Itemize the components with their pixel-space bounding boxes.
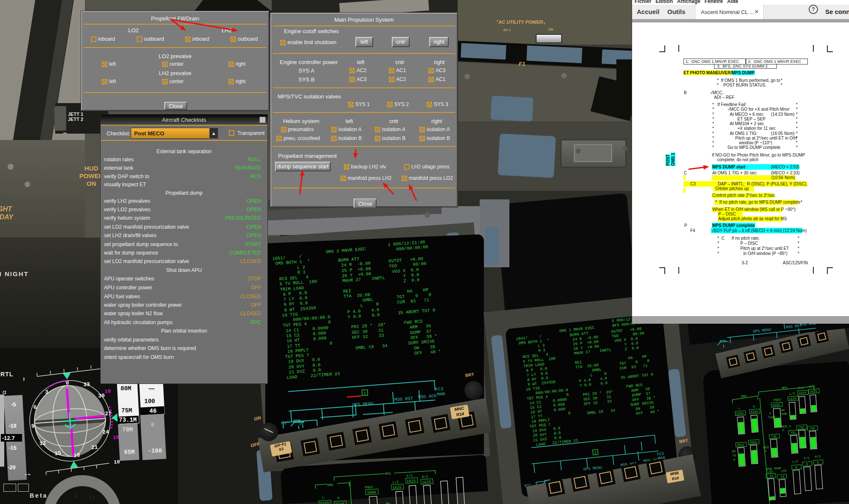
svg-text:PNEU: PNEU: [773, 398, 782, 402]
svg-text:755: 755: [798, 426, 805, 430]
svg-text:L/2: L/2: [792, 460, 798, 464]
svg-text:2854: 2854: [737, 443, 745, 447]
svg-text:3: 3: [594, 451, 596, 455]
svg-text:MSG ACK: MSG ACK: [418, 393, 437, 400]
svg-text:1625: 1625: [798, 391, 807, 395]
svg-text:20: 20: [781, 475, 785, 479]
svg-text:L/2: L/2: [789, 392, 795, 396]
svg-text:P1*: P1*: [281, 420, 290, 426]
svg-text:1625: 1625: [789, 397, 797, 401]
svg-text:0: 0: [795, 466, 798, 469]
svg-text:OMS: OMS: [741, 395, 747, 398]
svg-text:R: R: [753, 405, 756, 409]
svg-text:P: P: [734, 458, 736, 462]
svg-text:24: 24: [769, 474, 773, 478]
svg-text:740: 740: [809, 427, 815, 431]
svg-text:TK: TK: [732, 454, 737, 458]
svg-text:9: 9: [31, 423, 35, 430]
svg-text:10: 10: [114, 459, 120, 465]
svg-text:751: 751: [790, 431, 796, 435]
svg-text:P: P: [769, 412, 772, 415]
svg-text:MPS: MPS: [385, 472, 391, 476]
svg-text:R/3: R/3: [815, 455, 821, 459]
svg-text:24: 24: [102, 429, 110, 436]
svg-text:C/1: C/1: [798, 386, 804, 390]
svg-text:L: L: [738, 407, 741, 410]
svg-text:27: 27: [105, 410, 112, 417]
svg-text:REG: REG: [763, 446, 770, 450]
svg-text:15: 15: [54, 450, 62, 457]
svg-text:MAN: MAN: [437, 391, 445, 397]
svg-text:6: 6: [33, 404, 37, 411]
svg-text:C/1: C/1: [804, 456, 810, 460]
svg-text:738: 738: [771, 435, 777, 439]
svg-text:L: L: [322, 496, 324, 499]
svg-text:He: He: [386, 501, 390, 504]
svg-text:0: 0: [817, 461, 819, 464]
svg-text:2856: 2856: [749, 440, 757, 444]
svg-text:3900: 3900: [367, 490, 376, 495]
svg-text:3255: 3255: [320, 501, 329, 504]
svg-text:33: 33: [83, 381, 90, 388]
svg-text:DPS MENU: DPS MENU: [583, 465, 602, 472]
svg-text:LO2: LO2: [767, 470, 773, 474]
svg-text:21: 21: [91, 444, 98, 451]
svg-text:12: 12: [39, 440, 46, 447]
svg-text:10: 10: [24, 473, 31, 475]
svg-text:R/3: R/3: [809, 385, 815, 389]
svg-text:1625: 1625: [406, 479, 416, 484]
svg-text:N2: N2: [732, 450, 736, 454]
svg-text:MSG RST: MSG RST: [394, 396, 413, 402]
svg-text:MPS: MPS: [782, 386, 788, 390]
svg-text:3348: 3348: [751, 410, 759, 414]
svg-text:3255: 3255: [736, 412, 744, 415]
svg-text:L/2: L/2: [392, 480, 399, 484]
svg-text:3900: 3900: [772, 403, 780, 407]
svg-text:1625: 1625: [810, 389, 818, 393]
svg-text:He: He: [781, 409, 785, 412]
svg-text:C/1: C/1: [407, 473, 413, 478]
svg-text:LH2: LH2: [781, 469, 787, 473]
svg-text:PNEU: PNEU: [365, 485, 373, 489]
svg-text:R/3: R/3: [422, 475, 428, 479]
svg-text:3348: 3348: [335, 502, 344, 504]
svg-text:30: 30: [98, 392, 105, 399]
svg-text:10: 10: [23, 376, 25, 383]
svg-text:1625: 1625: [422, 480, 431, 485]
svg-text:3: 3: [45, 389, 49, 395]
svg-text:10: 10: [104, 388, 111, 395]
svg-text:OMS: OMS: [327, 483, 334, 487]
svg-text:0: 0: [806, 462, 809, 466]
svg-text:1: 1: [363, 391, 366, 396]
svg-text:REG A: REG A: [781, 425, 791, 429]
svg-text:P: P: [782, 429, 785, 432]
svg-text:DPS MENU: DPS MENU: [352, 401, 374, 408]
svg-text:UP: UP: [299, 421, 304, 426]
svg-text:P: P: [765, 450, 767, 453]
svg-text:1625: 1625: [392, 485, 402, 490]
svg-text:0: 0: [65, 380, 69, 386]
svg-text:R: R: [337, 496, 340, 500]
